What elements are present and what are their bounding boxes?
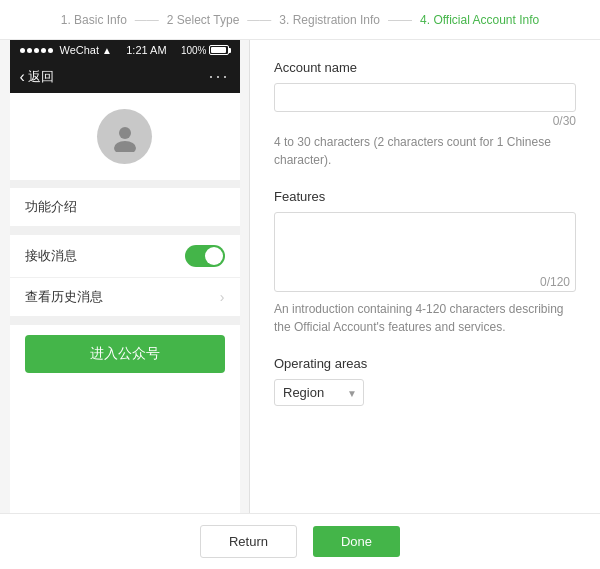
form-panel: Account name 0/30 4 to 30 characters (2 …: [250, 40, 600, 513]
return-button[interactable]: Return: [200, 525, 297, 558]
phone-divider-3: [10, 317, 240, 325]
phone-nav-bar: ‹ 返回 ···: [10, 60, 240, 93]
battery-icon: [209, 45, 229, 55]
back-arrow-icon: ‹: [20, 68, 25, 86]
account-name-group: Account name 0/30 4 to 30 characters (2 …: [274, 60, 576, 169]
avatar-section: [10, 93, 240, 180]
wifi-icon: ▲: [102, 45, 112, 56]
step-2: 2 Select Type: [167, 13, 240, 27]
phone-status-bar: WeChat ▲ 1:21 AM 100%: [10, 40, 240, 60]
account-name-hint: 4 to 30 characters (2 characters count f…: [274, 133, 576, 169]
features-group: Features 0/120 An introduction containin…: [274, 189, 576, 336]
stepper: 1. Basic Info —— 2 Select Type —— 3. Reg…: [0, 0, 600, 40]
step-divider-2: ——: [247, 13, 271, 27]
nav-more-dots[interactable]: ···: [208, 66, 229, 87]
step-3: 3. Registration Info: [279, 13, 380, 27]
step-divider-3: ——: [388, 13, 412, 27]
account-name-input[interactable]: [274, 83, 576, 112]
bottom-bar: Return Done: [0, 513, 600, 569]
account-name-label: Account name: [274, 60, 576, 75]
messages-toggle[interactable]: [185, 245, 225, 267]
feature-label: 功能介绍: [25, 198, 77, 216]
main-content: WeChat ▲ 1:21 AM 100% ‹ 返回 ··: [0, 40, 600, 513]
phone-divider-1: [10, 180, 240, 188]
enter-btn-row: 进入公众号: [10, 325, 240, 383]
region-select[interactable]: Region China Overseas Global: [274, 379, 364, 406]
svg-point-1: [114, 141, 136, 152]
svg-point-0: [119, 127, 131, 139]
battery-percent: 100%: [181, 45, 207, 56]
features-textarea[interactable]: [274, 212, 576, 292]
enter-official-account-button[interactable]: 进入公众号: [25, 335, 225, 373]
messages-row: 接收消息: [10, 235, 240, 278]
history-row[interactable]: 查看历史消息 ›: [10, 278, 240, 317]
account-name-count: 0/30: [274, 114, 576, 128]
feature-intro-row: 功能介绍: [10, 188, 240, 227]
operating-areas-label: Operating areas: [274, 356, 576, 371]
done-button[interactable]: Done: [313, 526, 400, 557]
messages-label: 接收消息: [25, 247, 77, 265]
phone-frame: WeChat ▲ 1:21 AM 100% ‹ 返回 ··: [10, 40, 240, 513]
phone-divider-2: [10, 227, 240, 235]
status-time: 1:21 AM: [126, 44, 166, 56]
phone-panel: WeChat ▲ 1:21 AM 100% ‹ 返回 ··: [0, 40, 250, 513]
wechat-label: WeChat: [60, 44, 100, 56]
region-select-wrapper: Region China Overseas Global ▼: [274, 379, 364, 406]
back-button[interactable]: ‹ 返回: [20, 68, 54, 86]
avatar-icon: [110, 122, 140, 152]
history-label: 查看历史消息: [25, 288, 103, 306]
features-label: Features: [274, 189, 576, 204]
features-hint: An introduction containing 4-120 charact…: [274, 300, 576, 336]
step-1: 1. Basic Info: [61, 13, 127, 27]
step-divider-1: ——: [135, 13, 159, 27]
chevron-right-icon: ›: [220, 289, 225, 305]
features-count: 0/120: [540, 275, 570, 289]
back-label: 返回: [28, 68, 54, 86]
step-4: 4. Official Account Info: [420, 13, 539, 27]
toggle-thumb: [205, 247, 223, 265]
operating-areas-group: Operating areas Region China Overseas Gl…: [274, 356, 576, 406]
avatar: [97, 109, 152, 164]
